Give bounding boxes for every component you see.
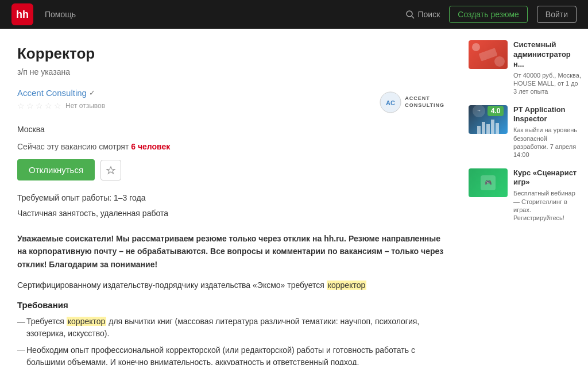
card-desc-2: Как выйти на уровень безопасной разработ… [513, 126, 581, 159]
graph-bars [477, 120, 499, 134]
create-resume-button[interactable]: Создать резюме [449, 6, 528, 23]
sidebar-card-1[interactable]: Системный администратор н... От 40000 ру… [469, 40, 581, 96]
viewers-count: 6 человек [131, 142, 170, 151]
hh-logo[interactable]: hh [11, 3, 33, 25]
requirement-1: Требуется корректор для вычитки книг (ма… [17, 316, 444, 340]
card-title-1: Системный администратор н... [513, 40, 581, 70]
viewers: Сейчас эту вакансию смотрят 6 человек [17, 142, 444, 151]
job-content: Корректор з/п не указана Accent Consulti… [0, 29, 462, 365]
login-button[interactable]: Войти [537, 6, 577, 23]
requirements-title: Требования [17, 300, 444, 310]
svg-line-1 [412, 16, 414, 18]
description-intro: Сертифицированному издательству-подрядчи… [17, 279, 444, 291]
requirement-2: Необходим опыт профессиональной корректо… [17, 344, 444, 365]
company-logo: AC ACCENT CONSULTING [387, 88, 444, 117]
card-title-2: PT Application Inspector [513, 105, 581, 125]
sidebar-card-3[interactable]: 🎮 Курс «Сценарист игр» Бесплатный вебина… [469, 168, 581, 222]
card-title-3: Курс «Сценарист игр» [513, 168, 581, 188]
card-info-2: PT Application Inspector Как выйти на ур… [513, 105, 581, 159]
experience: Требуемый опыт работы: 1–3 года [17, 192, 444, 204]
apply-button[interactable]: Откликнуться [17, 159, 95, 180]
sidebar-card-2[interactable]: → 4.0 PT Application Inspector Как вый [469, 105, 581, 159]
no-reviews: Нет отзывов [65, 102, 105, 110]
star-2: ☆ [26, 101, 34, 110]
keyword-highlight: корректор [327, 281, 367, 290]
help-link[interactable]: Помощь [45, 10, 76, 19]
search-button[interactable]: Поиск [405, 10, 440, 19]
sidebar: Системный администратор н... От 40000 ру… [462, 29, 588, 365]
requirements-list: Требуется корректор для вычитки книг (ма… [17, 316, 444, 365]
company-info: Accent Consulting ✓ ☆ ☆ ☆ ☆ ☆ Нет отзыво… [17, 88, 105, 110]
svg-point-0 [407, 11, 412, 17]
rating-row: ☆ ☆ ☆ ☆ ☆ Нет отзывов [17, 101, 105, 110]
company-link[interactable]: Accent Consulting ✓ [17, 88, 105, 98]
job-title: Корректор [17, 45, 444, 63]
req-highlight: корректор [67, 317, 107, 326]
search-icon [405, 10, 415, 19]
card-thumb-3: 🎮 [469, 168, 508, 197]
card-desc-3: Бесплатный вебинар — Сторителлинг в игра… [513, 189, 581, 222]
header: hh Помощь Поиск Создать резюме Войти [0, 0, 588, 29]
work-type: Частичная занятость, удаленная работа [17, 208, 444, 220]
card-thumb-1 [469, 40, 508, 69]
actions-row: Откликнуться [17, 159, 444, 180]
company-block: Accent Consulting ✓ ☆ ☆ ☆ ☆ ☆ Нет отзыво… [17, 88, 444, 117]
svg-text:AC: AC [386, 99, 395, 106]
thumb-decoration-2: → 4.0 [469, 105, 508, 134]
svg-marker-4 [107, 167, 115, 174]
star-3: ☆ [36, 101, 43, 110]
verified-icon: ✓ [89, 89, 95, 97]
favorite-button[interactable] [100, 160, 121, 180]
accent-logo-icon: AC [380, 91, 401, 113]
logo-text: ACCENT CONSULTING [405, 95, 444, 109]
location: Москва [17, 125, 444, 134]
card-desc-1: От 40000 руб., Москва, HOUSE MALL, от 1 … [513, 71, 581, 96]
star-4: ☆ [45, 101, 52, 110]
card-info-1: Системный администратор н... От 40000 ру… [513, 40, 581, 96]
card-thumb-2: → 4.0 [469, 105, 508, 134]
star-5: ☆ [54, 101, 61, 110]
salary: з/п не указана [17, 67, 444, 76]
star-outline-icon [106, 166, 115, 175]
description-bold: Уважаемые соискатели! Мы рассматриваем р… [17, 232, 444, 271]
logo-box: AC ACCENT CONSULTING [380, 91, 444, 113]
thumb-decoration-3: 🎮 [469, 168, 508, 197]
star-1: ☆ [17, 101, 25, 110]
thumb-decoration-1 [469, 40, 508, 69]
main-wrapper: Корректор з/п не указана Accent Consulti… [0, 29, 588, 365]
card-info-3: Курс «Сценарист игр» Бесплатный вебинар … [513, 168, 581, 222]
header-right: Поиск Создать резюме Войти [405, 6, 577, 23]
rating-badge: 4.0 [488, 106, 504, 116]
